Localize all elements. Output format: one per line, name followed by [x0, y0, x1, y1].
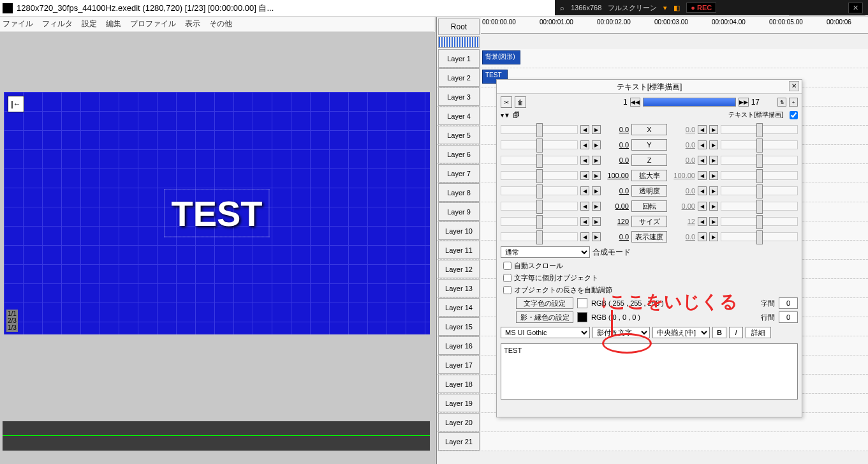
layer-label[interactable]: Layer 7 — [438, 164, 480, 183]
inc2-icon[interactable]: ▶ — [709, 140, 718, 149]
param-slider-left[interactable] — [501, 202, 578, 211]
param-slider-right[interactable] — [721, 156, 798, 165]
param-slider-right[interactable] — [721, 232, 798, 241]
align-select[interactable]: 中央揃え[中] — [652, 327, 710, 338]
param-label[interactable]: 回転 — [631, 200, 667, 212]
shadow-color-button[interactable]: 影・縁色の設定 — [516, 311, 573, 323]
inc-icon[interactable]: ▶ — [592, 217, 601, 226]
layer-label[interactable]: Layer 2 — [438, 68, 480, 87]
dec-icon[interactable]: ◀ — [580, 140, 589, 149]
param-value-right[interactable]: 0.0 — [670, 141, 695, 149]
param-label[interactable]: 表示速度 — [631, 231, 667, 243]
param-slider-right[interactable] — [721, 217, 798, 226]
param-value-right[interactable]: 0.0 — [670, 126, 695, 133]
text-color-swatch[interactable] — [577, 298, 587, 308]
layer-label[interactable]: Layer 12 — [438, 260, 480, 278]
detail-button[interactable]: 詳細 — [746, 327, 771, 338]
menu-filter[interactable]: フィルタ — [42, 19, 73, 29]
camera-icon[interactable]: ◧ — [673, 4, 680, 12]
param-value-right[interactable]: 0.00 — [670, 202, 695, 210]
inc2-icon[interactable]: ▶ — [709, 156, 718, 165]
fullscreen-label[interactable]: フルスクリーン — [608, 3, 657, 13]
dec2-icon[interactable]: ◀ — [698, 156, 707, 165]
record-button[interactable]: ● REC — [686, 3, 716, 13]
home-button[interactable]: |← — [8, 96, 24, 112]
param-value-left[interactable]: 0.00 — [603, 202, 629, 210]
inc2-icon[interactable]: ▶ — [709, 232, 718, 241]
layer-track[interactable] — [481, 432, 868, 451]
layer-label[interactable]: Layer 13 — [438, 279, 480, 297]
param-label[interactable]: 拡大率 — [631, 170, 667, 181]
dec2-icon[interactable]: ◀ — [698, 202, 707, 211]
layer-label[interactable]: Layer 11 — [438, 241, 480, 259]
clip-background[interactable]: 背景(図形) — [482, 50, 520, 64]
dec2-icon[interactable]: ◀ — [698, 232, 707, 241]
param-value-right[interactable]: 0.0 — [670, 156, 695, 164]
dec-icon[interactable]: ◀ — [580, 156, 589, 165]
auto-scroll-checkbox[interactable] — [503, 262, 511, 270]
toolbar-close-button[interactable]: ✕ — [848, 3, 863, 13]
layer-label[interactable]: Layer 19 — [438, 394, 480, 412]
seek-back-icon[interactable]: ◀◀ — [630, 98, 640, 107]
layer-label[interactable]: Layer 18 — [438, 375, 480, 393]
dec-icon[interactable]: ◀ — [580, 232, 589, 241]
seek-fwd-icon[interactable]: ▶▶ — [739, 98, 749, 107]
menu-profile[interactable]: プロファイル — [130, 19, 176, 29]
param-value-left[interactable]: 0.0 — [603, 126, 629, 133]
param-value-left[interactable]: 0.0 — [603, 187, 629, 195]
layer-label[interactable]: Layer 1 — [438, 49, 480, 68]
dec2-icon[interactable]: ◀ — [698, 171, 707, 180]
dec-icon[interactable]: ◀ — [580, 217, 589, 226]
menu-settings[interactable]: 設定 — [82, 19, 97, 29]
inc-icon[interactable]: ▶ — [592, 232, 601, 241]
param-label[interactable]: X — [631, 124, 667, 135]
enable-checkbox[interactable] — [790, 111, 798, 119]
param-label[interactable]: Y — [631, 139, 667, 151]
param-value-left[interactable]: 0.0 — [603, 156, 629, 164]
layer-label[interactable]: Layer 16 — [438, 336, 480, 355]
inc2-icon[interactable]: ▶ — [709, 202, 718, 211]
io-plus-icon[interactable]: ⇅ — [777, 98, 786, 107]
layer-label[interactable]: Layer 20 — [438, 413, 480, 431]
param-value-right[interactable]: 100.00 — [670, 172, 695, 179]
menu-view[interactable]: 表示 — [185, 19, 200, 29]
inc-icon[interactable]: ▶ — [592, 186, 601, 195]
layer-label[interactable]: Layer 4 — [438, 107, 480, 125]
layer-label[interactable]: Layer 5 — [438, 126, 480, 144]
param-value-left[interactable]: 0.0 — [603, 141, 629, 149]
layer-track[interactable]: 背景(図形) — [481, 49, 868, 68]
text-color-button[interactable]: 文字色の設定 — [516, 297, 573, 309]
param-value-left[interactable]: 120 — [603, 218, 629, 225]
time-ruler[interactable]: 00:00:00.00 00:00:01.00 00:00:02.00 00:0… — [481, 17, 868, 34]
param-value-right[interactable]: 12 — [670, 218, 695, 225]
menu-edit[interactable]: 編集 — [106, 19, 121, 29]
menu-file[interactable]: ファイル — [3, 19, 33, 29]
param-slider-left[interactable] — [501, 186, 578, 195]
inc-icon[interactable]: ▶ — [592, 140, 601, 149]
plus-icon[interactable]: + — [789, 98, 798, 107]
dec2-icon[interactable]: ◀ — [698, 186, 707, 195]
inc2-icon[interactable]: ▶ — [709, 171, 718, 180]
param-label[interactable]: サイズ — [631, 216, 667, 227]
per-char-checkbox[interactable] — [503, 274, 511, 282]
auto-length-checkbox[interactable] — [503, 286, 511, 294]
layer-label[interactable]: Layer 3 — [438, 87, 480, 106]
param-slider-left[interactable] — [501, 125, 578, 134]
dec2-icon[interactable]: ◀ — [698, 140, 707, 149]
inc-icon[interactable]: ▶ — [592, 202, 601, 211]
font-select[interactable]: MS UI Gothic — [501, 327, 590, 338]
inc-icon[interactable]: ▶ — [592, 171, 601, 180]
scissors-icon[interactable]: ✂ — [501, 96, 512, 108]
param-value-right[interactable]: 0.0 — [670, 187, 695, 195]
layer-label[interactable]: Layer 15 — [438, 317, 480, 336]
inc2-icon[interactable]: ▶ — [709, 217, 718, 226]
param-slider-right[interactable] — [721, 186, 798, 195]
param-slider-left[interactable] — [501, 232, 578, 241]
param-label[interactable]: 透明度 — [631, 185, 667, 197]
layer-label[interactable]: Layer 8 — [438, 183, 480, 202]
inc-icon[interactable]: ▶ — [592, 156, 601, 165]
clipboard-icon[interactable]: 🗐 — [513, 111, 520, 119]
layer-label[interactable]: Layer 6 — [438, 145, 480, 163]
param-slider-right[interactable] — [721, 171, 798, 180]
trash-icon[interactable]: 🗑 — [515, 96, 526, 108]
